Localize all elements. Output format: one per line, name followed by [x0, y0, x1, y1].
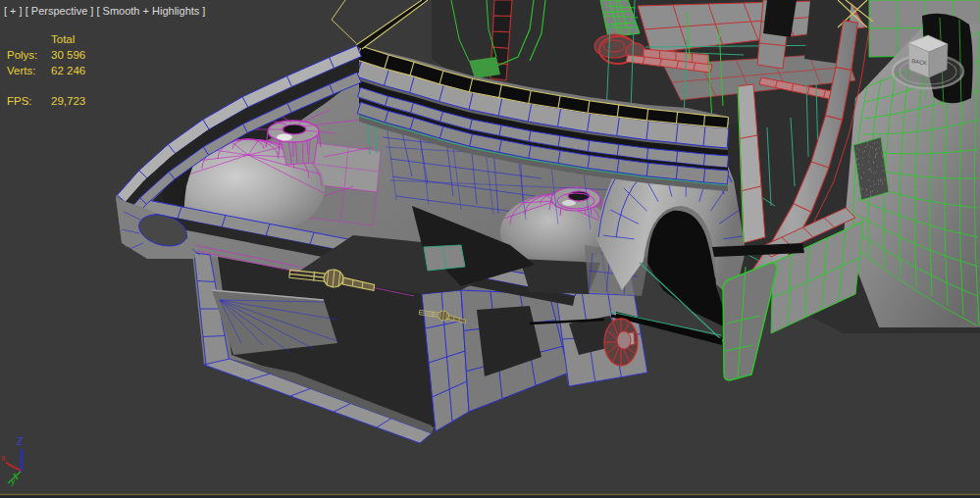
svg-text:FPS:: FPS: [7, 95, 32, 107]
svg-text:30 596: 30 596 [51, 49, 85, 61]
svg-text:y: y [11, 476, 16, 486]
svg-text:Verts:: Verts: [7, 65, 35, 76]
svg-text:Z: Z [17, 435, 24, 447]
svg-text:Total: Total [51, 33, 75, 45]
svg-text:[ + ] [ Perspective ] [ Smooth: [ + ] [ Perspective ] [ Smooth + Highlig… [4, 5, 205, 17]
svg-text:Polys:: Polys: [7, 49, 37, 61]
svg-text:x: x [1, 453, 6, 463]
svg-text:29,723: 29,723 [51, 95, 85, 107]
svg-text:62 246: 62 246 [51, 65, 85, 76]
